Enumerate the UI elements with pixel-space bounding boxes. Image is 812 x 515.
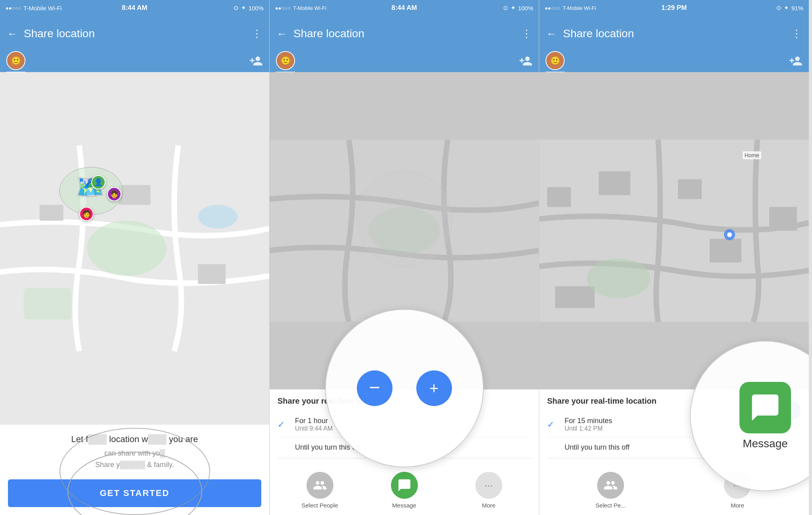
more-label-3: More bbox=[731, 502, 744, 509]
tab-avatar-2[interactable]: 🙂 bbox=[276, 51, 295, 73]
message-label-2: Message bbox=[392, 502, 416, 509]
check-icon-15min: ✓ bbox=[547, 420, 558, 430]
more-label-2: More bbox=[482, 502, 495, 509]
phone-screen-1: ●●○○○ T-Mobile Wi-Fi 8:44 AM ⊙ ✦ 100% ← … bbox=[0, 0, 270, 515]
wifi-label-3: T-Mobile Wi-Fi bbox=[563, 5, 596, 11]
svg-rect-16 bbox=[710, 239, 741, 263]
people-icon-3 bbox=[597, 472, 624, 499]
bottom-panel-1: Let f███ location w███ you are can share… bbox=[0, 425, 269, 515]
plus-button[interactable]: + bbox=[416, 370, 452, 406]
battery-info-2: ⊙ ✦ 100% bbox=[503, 4, 533, 11]
map-pin-3: 👤 bbox=[91, 175, 105, 189]
app-more[interactable]: ··· More bbox=[446, 472, 531, 509]
svg-point-19 bbox=[587, 259, 650, 298]
app-select-people[interactable]: Select People bbox=[278, 472, 362, 509]
message-icon-2 bbox=[391, 472, 418, 499]
map-area-1: 🧑 👧 👤 🗺️ bbox=[0, 72, 269, 425]
svg-rect-6 bbox=[198, 264, 226, 284]
carrier-info-2: ●●○○○ T-Mobile Wi-Fi bbox=[275, 5, 326, 11]
back-button-2[interactable]: ← bbox=[277, 28, 287, 40]
app-bar-2: ← Share location ⋮ bbox=[270, 16, 539, 52]
page-title-1: Share location bbox=[24, 27, 245, 40]
loc-icon-3: ⊙ bbox=[776, 4, 781, 11]
status-bar-2: ●●○○○ T-Mobile Wi-Fi 8:44 AM ⊙ ✦ 100% bbox=[270, 0, 539, 16]
message-app-label: Message bbox=[743, 437, 788, 450]
time-1: 8:44 AM bbox=[122, 4, 147, 12]
svg-rect-15 bbox=[678, 179, 702, 199]
svg-rect-13 bbox=[547, 187, 571, 207]
signal-2: ●●○○○ bbox=[275, 5, 291, 11]
svg-point-3 bbox=[198, 205, 237, 229]
tabs-bar-2: 🙂 bbox=[270, 52, 539, 72]
svg-rect-14 bbox=[599, 172, 630, 195]
page-title-2: Share location bbox=[293, 27, 515, 40]
bt-icon-2: ✦ bbox=[511, 4, 516, 11]
back-button-1[interactable]: ← bbox=[7, 28, 17, 40]
tabs-bar-3: 🙂 bbox=[539, 52, 809, 72]
battery-label-1: 100% bbox=[249, 5, 264, 11]
back-button-3[interactable]: ← bbox=[546, 28, 557, 40]
battery-label-2: 100% bbox=[518, 5, 533, 11]
svg-rect-2 bbox=[24, 288, 71, 320]
battery-label-3: 91% bbox=[791, 5, 803, 11]
intro-sub2-1: Share y█████ & family. bbox=[8, 460, 261, 470]
intro-text-1: Let f███ location w███ you are can share… bbox=[8, 434, 261, 470]
wifi-label-2: T-Mobile Wi-Fi bbox=[293, 5, 326, 11]
tab-avatar-1[interactable]: 🙂 bbox=[6, 51, 25, 73]
signal-3: ●●○○○ bbox=[545, 5, 560, 11]
tab-avatar-3[interactable]: 🙂 bbox=[546, 51, 565, 73]
check-icon-1hr: ✓ bbox=[278, 420, 289, 430]
app-bar-1: ← Share location ⋮ bbox=[0, 16, 269, 52]
menu-button-2[interactable]: ⋮ bbox=[521, 28, 532, 40]
avatar-img-1: 🙂 bbox=[7, 52, 25, 69]
map-pin-1: 🧑 bbox=[79, 207, 94, 221]
circle-actions-2: − + bbox=[357, 370, 452, 406]
intro-sub-1: can share with yo█ bbox=[8, 448, 261, 458]
svg-rect-18 bbox=[769, 207, 797, 231]
avatar-1: 🙂 bbox=[6, 51, 25, 70]
avatar-img-2: 🙂 bbox=[277, 52, 294, 69]
menu-button-1[interactable]: ⋮ bbox=[252, 28, 262, 40]
intro-title-1: Let f███ location w███ you are bbox=[8, 434, 261, 444]
avatar-img-3: 🙂 bbox=[546, 52, 564, 69]
app-bar-3: ← Share location ⋮ bbox=[539, 16, 809, 52]
svg-point-21 bbox=[727, 233, 732, 237]
avatar-3: 🙂 bbox=[546, 51, 565, 70]
avatar-2: 🙂 bbox=[276, 51, 295, 70]
carrier-info-3: ●●○○○ T-Mobile Wi-Fi bbox=[545, 5, 596, 11]
app-select-people-3[interactable]: Select Pe... bbox=[547, 472, 674, 509]
tabs-bar-1: 🙂 bbox=[0, 52, 269, 72]
carrier-label-1: T-Mobile Wi-Fi bbox=[23, 5, 62, 11]
check-icon-off-3: ✓ bbox=[547, 442, 558, 452]
circle-overlay-2: − + bbox=[325, 309, 484, 467]
phone-screen-2: ●●○○○ T-Mobile Wi-Fi 8:44 AM ⊙ ✦ 100% ← … bbox=[270, 0, 539, 515]
status-bar-1: ●●○○○ T-Mobile Wi-Fi 8:44 AM ⊙ ✦ 100% bbox=[0, 0, 269, 16]
carrier-info-1: ●●○○○ T-Mobile Wi-Fi bbox=[6, 5, 62, 11]
status-bar-3: ●●○○○ T-Mobile Wi-Fi 1:29 PM ⊙ ✦ 91% bbox=[539, 0, 809, 16]
map-home-label: Home bbox=[743, 151, 761, 159]
share-apps-2: Select People Message ··· More bbox=[278, 464, 531, 509]
people-icon bbox=[306, 472, 333, 499]
add-person-button-3[interactable] bbox=[789, 54, 802, 69]
bt-icon-3: ✦ bbox=[784, 4, 789, 11]
page-title-3: Share location bbox=[563, 27, 785, 40]
people-label: Select People bbox=[301, 502, 338, 509]
more-icon-2: ··· bbox=[475, 472, 502, 499]
message-app-icon[interactable] bbox=[739, 382, 791, 433]
bluetooth-icon: ✦ bbox=[241, 4, 246, 11]
minus-button[interactable]: − bbox=[357, 370, 393, 406]
svg-point-11 bbox=[357, 172, 452, 267]
loc-icon-2: ⊙ bbox=[503, 4, 508, 11]
app-message[interactable]: Message bbox=[362, 472, 446, 509]
map-pin-2: 👧 bbox=[107, 187, 121, 201]
get-started-button[interactable]: GET STARTED bbox=[8, 479, 261, 507]
menu-button-3[interactable]: ⋮ bbox=[791, 28, 802, 40]
time-2: 8:44 AM bbox=[391, 4, 417, 12]
add-person-button-1[interactable] bbox=[249, 54, 263, 69]
location-icon: ⊙ bbox=[234, 4, 239, 11]
signal-icon: ●●○○○ bbox=[6, 5, 21, 11]
add-person-button-2[interactable] bbox=[519, 54, 532, 69]
battery-info-1: ⊙ ✦ 100% bbox=[234, 4, 264, 11]
time-3: 1:29 PM bbox=[661, 4, 687, 12]
map-svg-1 bbox=[0, 72, 269, 425]
